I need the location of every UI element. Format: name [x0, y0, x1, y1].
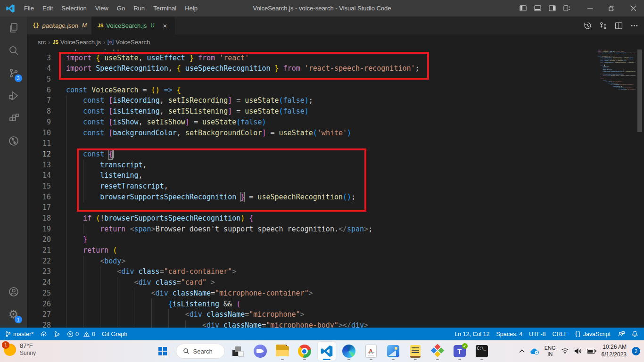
line-number[interactable]: 4	[27, 63, 51, 74]
notifications-item[interactable]	[628, 328, 644, 340]
editor-scrollbar[interactable]	[636, 49, 644, 328]
start-button[interactable]	[154, 342, 172, 361]
code-line[interactable]: 19return <span>Browser doesn't support s…	[27, 224, 644, 235]
language-mode-item[interactable]: {} JavaScript	[571, 328, 614, 340]
git-compare-icon[interactable]	[599, 22, 607, 30]
taskbar-app-vscode[interactable]	[318, 342, 336, 361]
code-line[interactable]: 18if (!browserSupportsSpeechRecognition)…	[27, 213, 644, 224]
line-number[interactable]: 26	[27, 299, 51, 310]
menu-go[interactable]: Go	[113, 0, 129, 16]
line-number[interactable]: 25	[27, 288, 51, 299]
line-number[interactable]: 3	[27, 53, 51, 64]
onedrive-icon[interactable]	[530, 348, 539, 355]
line-number[interactable]: 22	[27, 256, 51, 267]
line-number[interactable]: 2	[27, 49, 51, 53]
feedback-item[interactable]	[614, 328, 628, 340]
tab-package-json[interactable]: {}package.jsonM	[27, 16, 92, 34]
encoding-item[interactable]: UTF-8	[526, 328, 549, 340]
git-graph-status-item[interactable]	[50, 328, 64, 340]
code-line[interactable]: 26{isListening && (	[27, 299, 644, 310]
code-line[interactable]: 28<div className="microphone-body"></div…	[27, 320, 644, 328]
tray-clock[interactable]: 10:26 AM 6/12/2023	[602, 344, 627, 358]
line-number[interactable]: 11	[27, 138, 51, 149]
accounts-icon[interactable]	[2, 280, 25, 303]
line-number[interactable]: 19	[27, 224, 51, 235]
menu-terminal[interactable]: Terminal	[149, 0, 181, 16]
line-number[interactable]: 5	[27, 74, 51, 85]
line-number[interactable]: 21	[27, 245, 51, 256]
menu-help[interactable]: Help	[181, 0, 202, 16]
code-line[interactable]: 9const [isShow, setIsShow] = useState(fa…	[27, 117, 644, 128]
code-line[interactable]: 11	[27, 138, 644, 149]
menu-file[interactable]: File	[20, 0, 38, 16]
line-number[interactable]: 14	[27, 170, 51, 181]
toggle-panel-icon[interactable]	[534, 5, 541, 12]
more-actions-icon[interactable]	[630, 22, 638, 30]
wifi-icon[interactable]	[561, 348, 569, 354]
eol-item[interactable]: CRLF	[549, 328, 571, 340]
line-number[interactable]: 27	[27, 309, 51, 320]
taskbar-search[interactable]: Search	[176, 344, 225, 359]
breadcrumb-item-voicesearch[interactable]: VoiceSearch	[107, 39, 150, 46]
git-branch-item[interactable]: master*	[0, 328, 37, 340]
code-line[interactable]: 7const [isRecording, setIsRecording] = u…	[27, 95, 644, 106]
timeline-history-icon[interactable]	[584, 22, 592, 30]
taskbar-app-chat[interactable]	[251, 342, 269, 361]
menu-edit[interactable]: Edit	[38, 0, 57, 16]
code-line[interactable]: 27<div className="microphone">	[27, 309, 644, 320]
battery-icon[interactable]	[587, 348, 596, 354]
explorer-icon[interactable]	[2, 16, 25, 39]
line-number[interactable]: 28	[27, 320, 51, 328]
line-number[interactable]: 16	[27, 192, 51, 203]
line-number[interactable]: 17	[27, 202, 51, 213]
minimize-button[interactable]	[579, 0, 601, 16]
close-tab-icon[interactable]: ×	[160, 21, 170, 30]
publish-item[interactable]	[37, 328, 50, 340]
git-graph-view-icon[interactable]	[2, 130, 25, 152]
run-debug-icon[interactable]	[2, 84, 25, 107]
code-line[interactable]: 24<div class="card" >	[27, 277, 644, 288]
close-window-button[interactable]	[622, 0, 644, 16]
line-number[interactable]: 12	[27, 149, 51, 160]
line-number[interactable]: 23	[27, 266, 51, 277]
menu-selection[interactable]: Selection	[57, 0, 91, 16]
line-number[interactable]: 20	[27, 234, 51, 245]
scrollbar-thumb[interactable]	[637, 49, 642, 132]
search-icon[interactable]	[2, 39, 25, 62]
taskbar-app-chrome[interactable]	[296, 342, 314, 361]
line-number[interactable]: 10	[27, 128, 51, 139]
settings-gear-icon[interactable]: ⚙ 1	[2, 303, 25, 326]
taskbar-app-file-explorer[interactable]	[273, 342, 291, 361]
line-number[interactable]: 13	[27, 160, 51, 171]
split-editor-icon[interactable]	[615, 22, 623, 30]
line-number[interactable]: 24	[27, 277, 51, 288]
language-indicator[interactable]: ENG IN	[545, 345, 556, 357]
menu-run[interactable]: Run	[129, 0, 149, 16]
taskbar-app-task-view[interactable]	[229, 342, 247, 361]
taskbar-app-wordpad[interactable]: A	[362, 342, 380, 361]
breadcrumb-item-src[interactable]: src	[38, 39, 46, 46]
taskbar-app-terminal[interactable]: C:\_	[473, 342, 491, 361]
code-line[interactable]: 6const VoiceSearch = () => {	[27, 85, 644, 96]
git-graph-button[interactable]: Git Graph	[99, 328, 131, 340]
code-line[interactable]: 8const [isListening, setISListening] = u…	[27, 106, 644, 117]
line-number[interactable]: 15	[27, 181, 51, 192]
code-line[interactable]: 22<body>	[27, 256, 644, 267]
notification-count-badge[interactable]: 2	[632, 347, 640, 355]
code-line[interactable]: 23<div class="card-container">	[27, 266, 644, 277]
source-control-icon[interactable]: 3	[2, 62, 25, 84]
code-line[interactable]: 25<div className="microphone-container">	[27, 288, 644, 299]
code-line[interactable]: 10const [backgroundColor, setBackgroundC…	[27, 128, 644, 139]
taskbar-app-office-hub[interactable]	[429, 342, 446, 361]
taskbar-app-edge[interactable]	[340, 342, 358, 361]
breadcrumb-item-voicesearch-js[interactable]: JSVoiceSearch.js	[53, 39, 101, 46]
toggle-secondary-sidebar-icon[interactable]	[549, 5, 556, 12]
code-line[interactable]: 20}	[27, 234, 644, 245]
extensions-icon[interactable]	[2, 107, 25, 130]
taskbar-app-teams[interactable]: T✓	[451, 342, 469, 361]
volume-icon[interactable]	[574, 348, 582, 354]
restore-button[interactable]	[601, 0, 622, 16]
menu-view[interactable]: View	[91, 0, 113, 16]
problems-item[interactable]: 0 0	[64, 328, 99, 340]
customize-layout-icon[interactable]	[563, 5, 570, 12]
